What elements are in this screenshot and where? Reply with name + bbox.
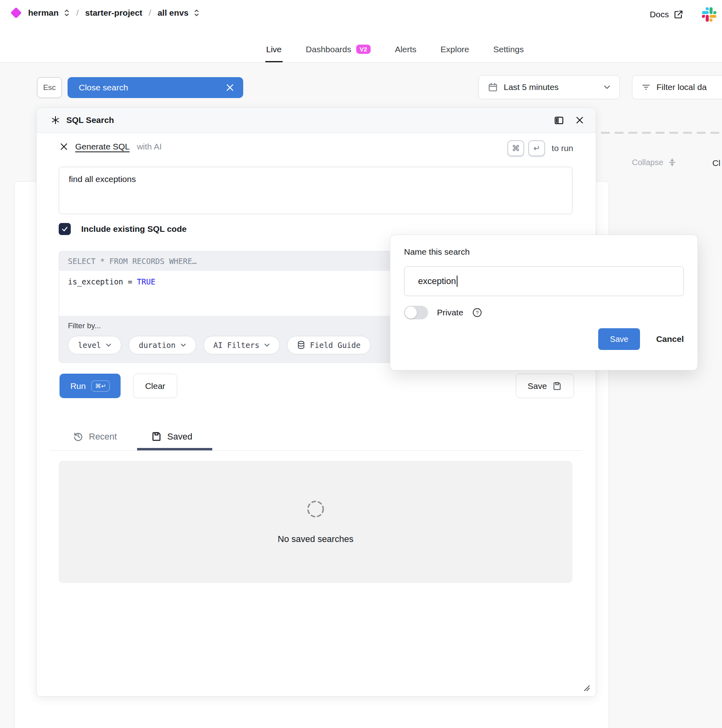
tab-live-label: Live [266,45,282,54]
return-keycap: ↵ [528,140,545,156]
tab-saved[interactable]: Saved [151,431,192,442]
breadcrumb-separator: / [149,8,151,18]
collapse-icon [667,157,677,167]
run-shortcut-hint: ⌘ ↵ to run [507,140,573,156]
breadcrumb-env[interactable]: all envs [158,8,189,18]
filter-local-label: Filter local da [656,82,707,92]
dismiss-generate-icon[interactable] [60,143,68,151]
text-cursor [457,276,457,287]
breadcrumb-org[interactable]: herman [28,8,59,18]
search-name-value: exception [418,276,456,286]
org-sort-icon[interactable] [64,8,70,18]
docs-link[interactable]: Docs [650,10,683,19]
clear-label-partial[interactable]: Cl [712,158,720,168]
brand-diamond-icon [10,7,22,18]
tab-live[interactable]: Live [265,45,283,62]
private-toggle-knob [405,307,417,319]
time-range-dropdown[interactable]: Last 5 minutes [478,75,620,99]
save-label: Save [528,381,547,391]
sql-code-value: TRUE [137,277,156,286]
floppy-save-icon [552,381,562,391]
filter-chip-duration[interactable]: duration [129,336,196,354]
to-run-label: to run [552,143,573,153]
close-icon[interactable] [226,83,234,92]
v2-badge: V2 [356,45,371,54]
database-icon [297,341,305,350]
slack-icon[interactable] [702,7,716,22]
sql-panel-body: Generate SQL with AI ⌘ ↵ to run find all… [37,133,596,696]
generate-sql-link[interactable]: Generate SQL [75,142,129,151]
modal-save-button[interactable]: Save [598,328,640,350]
filter-chip-ai-filters[interactable]: AI Filters [203,336,280,354]
tab-settings[interactable]: Settings [492,45,525,62]
floppy-saved-icon [151,431,162,442]
modal-cancel-button[interactable]: Cancel [656,334,684,344]
filter-icon [641,82,651,92]
tab-recent[interactable]: Recent [73,431,117,442]
dashed-spinner-icon [306,499,325,519]
search-name-input[interactable]: exception [404,266,684,296]
tab-saved-label: Saved [167,431,192,442]
breadcrumb-separator: / [76,8,79,18]
breadcrumb-project[interactable]: starter-project [85,8,142,18]
collapse-label: Collapse [632,158,663,167]
tab-alerts[interactable]: Alerts [394,45,417,62]
save-search-button[interactable]: Save [516,374,574,398]
command-keycap: ⌘ [507,140,524,156]
esc-keycap[interactable]: Esc [37,77,62,98]
sql-panel-title-label: SQL Search [66,115,114,125]
topbar: herman / starter-project / all envs Docs [0,0,722,63]
calendar-icon [488,82,498,92]
help-icon[interactable]: ? [472,307,482,318]
chevron-down-icon [106,343,111,347]
close-search-label: Close search [79,83,128,92]
saved-searches-empty-state: No saved searches [59,461,572,583]
private-label: Private [437,308,463,317]
generate-sql-row: Generate SQL with AI [60,142,162,151]
sql-search-panel: SQL Search [36,107,596,697]
sql-code-lhs: is_exception = [68,277,132,286]
include-sql-checkbox-row[interactable]: Include existing SQL code [59,223,187,235]
tab-dashboards-label: Dashboards [306,45,351,54]
close-panel-icon[interactable] [575,115,585,125]
env-sort-icon[interactable] [193,8,200,18]
filter-local-button[interactable]: Filter local da [632,75,722,99]
history-icon [73,431,84,442]
docs-label: Docs [650,10,669,19]
private-toggle[interactable] [404,306,428,319]
chart-dashed-line [601,132,722,134]
ai-prompt-input[interactable]: find all exceptions [59,167,572,214]
chevron-down-icon [603,85,611,90]
help-glyph: ? [476,310,479,316]
name-search-modal: Name this search exception Private ? Sav… [390,235,698,370]
sql-panel-header: SQL Search [37,108,596,133]
split-panel-icon[interactable] [554,115,564,126]
tabs-divider [50,450,583,451]
run-label: Run [70,381,86,391]
clear-button[interactable]: Clear [133,374,177,398]
modal-actions: Save Cancel [404,328,684,350]
filter-chip-field-guide[interactable]: Field Guide [287,336,371,354]
panel-resize-handle[interactable] [583,684,590,691]
app-root: herman / starter-project / all envs Docs [0,0,722,728]
run-shortcut-badge: ⌘↵ [91,380,110,392]
generate-sql-suffix: with AI [137,142,162,151]
close-search-button[interactable]: Close search [68,77,243,98]
breadcrumb: herman / starter-project / all envs [12,8,200,18]
sparkle-icon [51,116,60,125]
include-sql-checkbox[interactable] [59,223,71,235]
tab-recent-label: Recent [89,431,117,442]
chevron-down-icon [264,343,270,347]
tab-explore-label: Explore [441,45,469,54]
tab-dashboards[interactable]: Dashboards V2 [305,45,372,62]
tab-explore[interactable]: Explore [440,45,470,62]
external-link-icon [674,10,683,19]
editor-actions-row: Run ⌘↵ Clear Save [37,374,596,398]
collapse-control[interactable]: Collapse [632,157,677,167]
tab-alerts-label: Alerts [395,45,416,54]
filter-chip-level[interactable]: level [68,336,121,354]
run-button[interactable]: Run ⌘↵ [59,374,121,398]
empty-state-label: No saved searches [278,534,353,544]
filter-chip-ai-filters-label: AI Filters [213,341,259,350]
filter-chip-duration-label: duration [139,341,176,350]
